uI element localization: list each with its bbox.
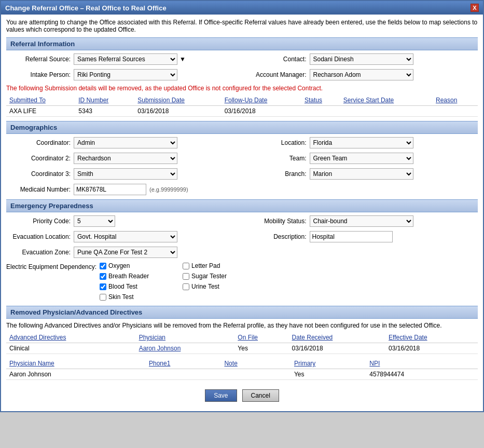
col-primary[interactable]: Primary	[291, 358, 366, 369]
cell-advanced-directives: Clinical	[6, 343, 136, 354]
submission-table: Submitted To ID Number Submission Date F…	[6, 95, 478, 117]
col-date-received[interactable]: Date Received	[289, 332, 386, 343]
contact-select[interactable]: Sodani Dinesh	[310, 53, 413, 65]
description-input[interactable]	[310, 231, 393, 242]
coordinator3-label: Coordinator 3:	[6, 170, 74, 178]
evacuation-location-row: Evacuation Location: Govt. Hospital Desc…	[6, 231, 478, 242]
intake-person-select[interactable]: Riki Ponting	[74, 69, 177, 80]
col-submitted-to[interactable]: Submitted To	[6, 95, 75, 106]
priority-row: Priority Code: 5 Mobility Status: Chair-…	[6, 215, 478, 227]
sugar-tester-label: Sugar Tester	[191, 273, 227, 280]
team-select[interactable]: Green Team	[310, 153, 413, 164]
cell-col4	[274, 369, 291, 380]
coordinator-row: Coordinator: Admin Location: Florida	[6, 137, 478, 148]
cell-note	[221, 369, 274, 380]
table-row: Clinical Aaron Johnson Yes 03/16/2018 03…	[6, 343, 478, 354]
col-note[interactable]: Note	[221, 358, 274, 369]
location-select[interactable]: Florida	[310, 137, 413, 148]
referral-source-row: Referral Source: Sames Referral Sources …	[6, 53, 478, 65]
blood-test-checkbox-group: Blood Test	[100, 283, 183, 290]
cancel-button[interactable]: Cancel	[242, 389, 279, 402]
cell-on-file: Yes	[234, 343, 288, 354]
physician-table: Physician Name Phone1 Note Primary NPI A…	[6, 358, 478, 380]
priority-code-select[interactable]: 5	[74, 215, 115, 227]
col-followup-date[interactable]: Follow-Up Date	[222, 95, 301, 106]
urine-test-label: Urine Test	[191, 283, 219, 290]
col-phone1[interactable]: Phone1	[146, 358, 221, 369]
evacuation-zone-row: Evacuation Zone: Pune QA Zone For Test 2	[6, 247, 478, 258]
close-button[interactable]: X	[471, 4, 479, 12]
table-row: AXA LIFE 5343 03/16/2018 03/16/2018	[6, 106, 478, 117]
main-window: Change Referral Office – Real Office to …	[0, 0, 484, 412]
cell-physician-name: Aaron Johnson	[6, 369, 146, 380]
directives-table: Advanced Directives Physician On File Da…	[6, 332, 478, 354]
referral-source-select[interactable]: Sames Referral Sources	[74, 53, 177, 65]
account-manager-select[interactable]: Recharson Adom	[310, 69, 413, 80]
cell-date-received: 03/16/2018	[289, 343, 386, 354]
referral-source-label: Referral Source:	[6, 56, 74, 63]
cell-followup-date: 03/16/2018	[222, 106, 301, 117]
col-submission-date[interactable]: Submission Date	[134, 95, 221, 106]
description-label: Description:	[242, 233, 310, 240]
letter-pad-label: Letter Pad	[191, 262, 220, 269]
letter-pad-checkbox-group: Letter Pad	[183, 262, 266, 269]
submission-notice: The following Submission details will be…	[6, 85, 478, 92]
medicaid-label: Medicaid Number:	[6, 186, 74, 193]
oxygen-label: Oxygen	[108, 262, 130, 269]
account-manager-label: Account Manager:	[242, 71, 310, 78]
col-on-file[interactable]: On File	[234, 332, 288, 343]
team-label: Team:	[242, 155, 310, 162]
save-button[interactable]: Save	[205, 389, 237, 402]
letter-pad-checkbox[interactable]	[183, 263, 189, 269]
skin-test-label: Skin Test	[108, 293, 133, 301]
blood-test-checkbox[interactable]	[100, 283, 106, 290]
intake-person-row: Intake Person: Riki Ponting Account Mana…	[6, 69, 478, 80]
evacuation-location-select[interactable]: Govt. Hospital	[74, 231, 177, 242]
breath-reader-checkbox-group: Breath Reader	[100, 273, 183, 280]
coordinator2-label: Coordinator 2:	[6, 155, 74, 162]
cell-primary: Yes	[291, 369, 366, 380]
col-effective-date[interactable]: Effective Date	[385, 332, 478, 343]
skin-test-checkbox-group: Skin Test	[100, 293, 183, 301]
breath-reader-checkbox[interactable]	[100, 273, 106, 280]
table-row: Aaron Johnson Yes 4578944474	[6, 369, 478, 380]
contact-label: Contact:	[242, 56, 310, 63]
demographics-header: Demographics	[6, 121, 478, 134]
urine-test-checkbox[interactable]	[183, 283, 189, 290]
col-status[interactable]: Status	[301, 95, 340, 106]
content-area: You are attempting to change the Office …	[1, 15, 483, 411]
electric-equipment-label: Electric Equipment Dependency:	[6, 262, 100, 270]
col-id-number[interactable]: ID Number	[75, 95, 134, 106]
footer-buttons: Save Cancel	[6, 384, 478, 407]
oxygen-checkbox[interactable]	[100, 263, 106, 269]
col-advanced-directives[interactable]: Advanced Directives	[6, 332, 136, 343]
branch-select[interactable]: Marion	[310, 168, 413, 180]
col-reason[interactable]: Reason	[433, 95, 478, 106]
emergency-header: Emergency Preparedness	[6, 199, 478, 212]
skin-test-checkbox[interactable]	[100, 294, 106, 301]
cell-id-number: 5343	[75, 106, 134, 117]
intro-text: You are attempting to change the Office …	[6, 19, 478, 33]
mobility-status-label: Mobility Status:	[242, 218, 310, 225]
evacuation-location-label: Evacuation Location:	[6, 233, 74, 240]
removed-notice: The following Advanced Directives and/or…	[6, 322, 478, 329]
col-physician[interactable]: Physician	[136, 332, 235, 343]
col-physician-name[interactable]: Physician Name	[6, 358, 146, 369]
coordinator3-select[interactable]: Smith	[74, 168, 177, 180]
urine-test-checkbox-group: Urine Test	[183, 283, 266, 290]
coordinator2-select[interactable]: Rechardson	[74, 153, 177, 164]
breath-reader-label: Breath Reader	[108, 273, 149, 280]
evacuation-zone-select[interactable]: Pune QA Zone For Test 2	[74, 247, 177, 258]
sugar-tester-checkbox[interactable]	[183, 273, 189, 280]
cell-reason	[433, 106, 478, 117]
mobility-status-select[interactable]: Chair-bound	[310, 215, 413, 227]
coordinator-select[interactable]: Admin	[74, 137, 177, 148]
cell-physician: Aaron Johnson	[136, 343, 235, 354]
medicaid-input[interactable]	[74, 184, 146, 195]
cell-npi: 4578944474	[366, 369, 478, 380]
col-service-start-date[interactable]: Service Start Date	[340, 95, 433, 106]
intake-person-label: Intake Person:	[6, 71, 74, 78]
col-npi[interactable]: NPI	[366, 358, 478, 369]
coordinator2-row: Coordinator 2: Rechardson Team: Green Te…	[6, 153, 478, 164]
evacuation-zone-label: Evacuation Zone:	[6, 249, 74, 256]
